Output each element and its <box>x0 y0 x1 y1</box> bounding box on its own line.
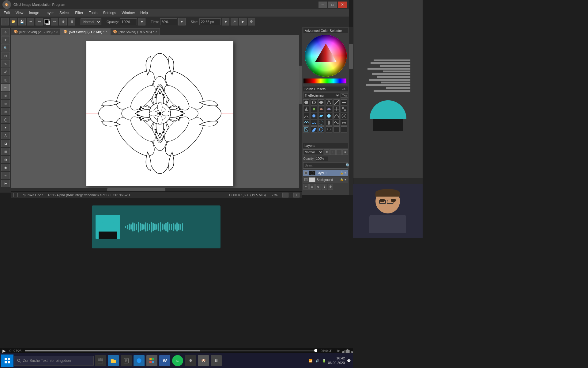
close-button[interactable]: ✕ <box>338 2 347 8</box>
tab-close-0[interactable]: × <box>56 30 58 33</box>
status-checkbox[interactable] <box>13 193 18 197</box>
brush-options-button[interactable]: ▶ <box>239 18 247 25</box>
open-file-button[interactable]: 📂 <box>10 18 17 25</box>
brush-swatch-15[interactable] <box>326 113 332 119</box>
undo-button[interactable]: ↩ <box>27 18 34 25</box>
heal-tool[interactable]: ⊕ <box>1 92 10 99</box>
tab-1[interactable]: 🎨 [Not Saved] (21.2 MB) * × <box>61 28 110 35</box>
toolbar-settings-button[interactable]: ⚙ <box>248 18 255 25</box>
brush-swatch-21[interactable] <box>326 120 332 126</box>
layer-more-icon-0[interactable]: ▼ <box>344 171 347 174</box>
brush-swatch-20[interactable] <box>318 120 324 126</box>
pencil-tool[interactable]: ✎ <box>1 60 10 67</box>
brush-swatch-28[interactable] <box>334 126 340 132</box>
zoom-out-button[interactable]: − <box>282 193 288 197</box>
brush-swatch-14[interactable] <box>318 113 324 119</box>
brush-tool-button[interactable]: ✏ <box>51 18 58 25</box>
new-file-button[interactable]: □ <box>1 18 9 25</box>
layer-lock-icon-0[interactable]: 🔒 <box>340 171 343 174</box>
brush-angle-button[interactable]: ↗ <box>231 18 238 25</box>
color-gradient-bar[interactable] <box>303 79 346 83</box>
merge-layer-button[interactable]: ⤵ <box>322 184 327 190</box>
menu-help[interactable]: Help <box>138 10 150 16</box>
flow-input[interactable] <box>160 18 177 25</box>
brush-swatch-24[interactable] <box>303 126 309 132</box>
brush-swatch-11[interactable] <box>341 106 347 112</box>
taskbar-search[interactable]: Zur Suche Text hier eingeben <box>14 356 94 366</box>
taskbar-gimp[interactable]: 🐶 <box>198 355 209 366</box>
brush-swatch-9[interactable] <box>326 106 332 112</box>
brush-swatch-5[interactable] <box>341 99 347 105</box>
opacity-options-button[interactable]: ▼ <box>138 18 145 25</box>
layer-search-input[interactable] <box>303 163 345 168</box>
brush-swatch-8[interactable] <box>318 106 324 112</box>
crop-tool[interactable]: ⊡ <box>1 52 10 59</box>
menu-filter[interactable]: Filter <box>73 10 86 16</box>
taskbar-files[interactable] <box>121 355 132 366</box>
layer-row-1[interactable]: Background 🔒 ▼ <box>303 177 348 183</box>
brush-swatch-1[interactable] <box>311 99 317 105</box>
menu-select[interactable]: Select <box>57 10 72 16</box>
eraser-tool[interactable]: ◫ <box>1 76 10 83</box>
taskbar-word[interactable]: W <box>159 355 170 366</box>
ellipse-select-tool[interactable]: ◯ <box>1 116 10 123</box>
duplicate-layer-button[interactable]: ⧉ <box>315 184 321 190</box>
brush-tag-label[interactable]: Tag <box>341 93 348 98</box>
brush-swatch-29[interactable] <box>341 126 347 132</box>
canvas-area[interactable] <box>11 35 302 191</box>
battery-icon[interactable]: 🔋 <box>321 358 327 363</box>
layer-vis-icon-1[interactable] <box>304 178 307 181</box>
tab-close-1[interactable]: × <box>106 30 107 33</box>
erase-tool-button[interactable]: ⊗ <box>59 18 67 25</box>
text-tool[interactable]: A <box>1 132 10 139</box>
brush-swatch-19[interactable] <box>311 120 317 126</box>
brush-swatch-6[interactable] <box>303 106 309 112</box>
brush-swatch-25[interactable] <box>311 126 317 132</box>
brush-swatch-17[interactable] <box>341 113 347 119</box>
redo-button[interactable]: ↪ <box>36 18 43 25</box>
volume-icon[interactable]: 🔊 <box>315 358 320 363</box>
layer-down-button[interactable]: ↓ <box>336 149 342 155</box>
taskbar-clock[interactable]: 16:42 06.09.2020 <box>328 356 345 366</box>
brush-swatch-0[interactable] <box>303 99 309 105</box>
taskbar-spotify[interactable] <box>172 355 183 366</box>
brush-swatch-13[interactable] <box>311 113 317 119</box>
right-scrollbar[interactable] <box>349 27 353 195</box>
layer-row-0[interactable]: Layer 1 🔒 ▼ <box>303 170 348 176</box>
menu-edit[interactable]: Edit <box>1 10 13 16</box>
delete-layer-button[interactable]: 🗑 <box>328 184 333 190</box>
foreground-color[interactable] <box>44 19 50 25</box>
brush-swatch-23[interactable] <box>341 120 347 126</box>
progress-dot[interactable] <box>314 349 317 352</box>
tab-2[interactable]: 🎨 [Not Saved] (19.5 MB) * × <box>110 28 160 35</box>
brush-swatch-22[interactable] <box>334 120 340 126</box>
blend-mode-select[interactable]: Normal Multiply Screen <box>81 18 101 25</box>
add-layer-button[interactable]: + <box>303 184 309 190</box>
menu-tools[interactable]: Tools <box>86 10 100 16</box>
brush-swatch-26[interactable] <box>318 126 324 132</box>
gradient-tool[interactable]: ▤ <box>1 148 10 155</box>
measure-tool[interactable]: ⊢ <box>1 180 10 187</box>
brush-preset-select[interactable]: TheBeginning <box>303 93 340 98</box>
canvas-document[interactable] <box>86 41 233 186</box>
tab-close-2[interactable]: × <box>155 30 157 33</box>
flow-options-button[interactable]: ▼ <box>178 18 186 25</box>
task-view-button[interactable] <box>95 355 106 366</box>
start-button[interactable] <box>1 355 13 367</box>
layer-blend-mode[interactable]: Normal <box>303 149 323 155</box>
taskbar-store[interactable] <box>146 355 157 366</box>
clone-tool[interactable]: ⊗ <box>1 100 10 107</box>
layer-more-icon-1[interactable]: ▼ <box>344 178 347 181</box>
zoom-in-button[interactable]: + <box>293 193 300 197</box>
fill-tool[interactable]: ◪ <box>1 140 10 147</box>
color-wheel-canvas[interactable] <box>304 34 347 77</box>
maximize-button[interactable]: □ <box>328 2 337 8</box>
brush-swatch-3[interactable] <box>326 99 332 105</box>
dodge-tool[interactable]: ◑ <box>1 156 10 163</box>
notification-icon[interactable]: 💬 <box>346 358 352 363</box>
network-icon[interactable]: 📶 <box>308 358 313 363</box>
menu-layer[interactable]: Layer <box>42 10 56 16</box>
menu-settings[interactable]: Settings <box>100 10 119 16</box>
tab-0[interactable]: 🎨 [Not Saved] (21.2 MB) * × <box>11 28 61 35</box>
color-wheel-container[interactable] <box>304 34 347 77</box>
